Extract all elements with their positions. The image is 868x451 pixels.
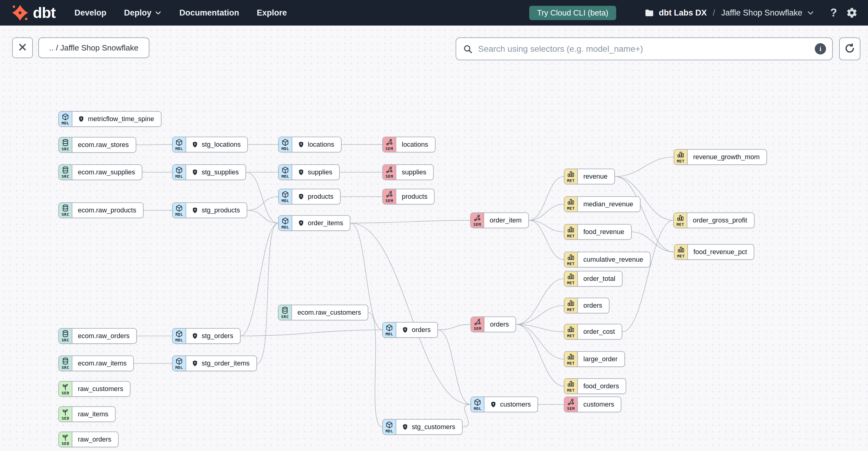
graph-node-met_revenue_growth_mom[interactable]: METrevenue_growth_mom	[674, 149, 767, 165]
project-name[interactable]: Jaffle Shop Snowflake	[721, 8, 802, 18]
nav-item-documentation[interactable]: Documentation	[180, 8, 239, 18]
refresh-button[interactable]	[839, 37, 860, 60]
metric-type-badge: MET	[564, 298, 578, 313]
node-label: order_items	[308, 219, 343, 227]
edge-stg_products-to-order_items	[247, 210, 278, 223]
graph-node-sem_products[interactable]: SEMproducts	[382, 189, 435, 205]
node-type-label: SED	[62, 416, 69, 420]
graph-node-met_food_orders[interactable]: METfood_orders	[564, 378, 626, 394]
graph-node-supplies[interactable]: MDLsupplies	[278, 164, 340, 180]
model-type-badge: MDL	[279, 189, 292, 204]
graph-node-met_orders[interactable]: METorders	[564, 298, 610, 313]
node-type-label: MET	[567, 308, 575, 312]
node-type-label: SED	[62, 391, 69, 395]
graph-node-met_order_total[interactable]: METorder_total	[564, 271, 623, 287]
graph-node-sem_customers[interactable]: SEMcustomers	[564, 396, 621, 412]
graph-node-order_items[interactable]: MDLorder_items	[278, 215, 350, 231]
node-type-label: MDL	[282, 174, 289, 178]
seedling-icon	[61, 433, 69, 441]
semantic_model-type-badge: SEM	[383, 137, 396, 152]
graph-node-seed_raw_customers[interactable]: SEDraw_customers	[58, 381, 130, 397]
graph-node-seed_raw_items[interactable]: SEDraw_items	[58, 406, 116, 422]
graph-node-customers[interactable]: MDLcustomers	[470, 396, 538, 412]
shield-icon	[298, 169, 304, 176]
node-type-label: MDL	[385, 332, 393, 336]
semantic-graph-icon	[567, 398, 575, 406]
account-name[interactable]: dbt Labs DX	[659, 8, 707, 18]
node-label: products	[308, 192, 333, 201]
node-label: orders	[412, 326, 431, 334]
cube-icon	[175, 330, 183, 338]
model-type-badge: MDL	[471, 397, 485, 412]
nav-item-explore[interactable]: Explore	[257, 8, 287, 18]
node-label: products	[402, 192, 427, 201]
node-label: food_revenue_pct	[693, 248, 747, 256]
selector-search: i	[456, 37, 833, 60]
metric-type-badge: MET	[564, 169, 578, 184]
node-label: metricflow_time_spine	[88, 115, 154, 123]
graph-node-locations[interactable]: MDLlocations	[278, 137, 342, 152]
info-icon[interactable]: i	[815, 43, 826, 55]
cube-icon	[281, 217, 289, 225]
graph-node-stg_customers[interactable]: MDLstg_customers	[382, 419, 463, 435]
graph-node-met_revenue[interactable]: METrevenue	[564, 169, 615, 184]
seed-type-badge: SED	[59, 407, 72, 421]
graph-node-raw_products[interactable]: SRCecom.raw_products	[58, 202, 144, 218]
semantic-graph-icon	[385, 166, 393, 174]
bar-chart-icon	[567, 226, 575, 234]
search-icon	[463, 44, 473, 54]
graph-node-sem_orders[interactable]: SEMorders	[470, 317, 516, 332]
graph-node-stg_order_items[interactable]: MDLstg_order_items	[172, 356, 257, 371]
graph-node-met_large_order[interactable]: METlarge_order	[564, 351, 625, 367]
close-lineage-button[interactable]	[12, 37, 33, 58]
navbar-right: Try Cloud CLI (beta) dbt Labs DX / Jaffl…	[529, 6, 858, 20]
node-label: order_total	[583, 275, 615, 283]
semantic-graph-icon	[473, 214, 481, 222]
semantic_model-type-badge: SEM	[383, 165, 396, 180]
search-input[interactable]	[477, 44, 815, 54]
graph-node-orders_model[interactable]: MDLorders	[382, 322, 438, 338]
graph-node-stg_locations[interactable]: MDLstg_locations	[172, 137, 248, 152]
graph-node-met_cumulative_revenue[interactable]: METcumulative_revenue	[564, 252, 651, 268]
try-cloud-cli-button[interactable]: Try Cloud CLI (beta)	[529, 6, 617, 20]
close-icon	[18, 42, 27, 53]
nav-item-develop[interactable]: Develop	[74, 8, 106, 18]
graph-node-metricflow_time_spine[interactable]: MDLmetricflow_time_spine	[58, 111, 161, 127]
lineage-path-chip[interactable]: .. / Jaffle Shop Snowflake	[38, 37, 149, 58]
bar-chart-icon	[567, 353, 575, 361]
nav-item-deploy[interactable]: Deploy	[124, 8, 162, 18]
edge-stg_orders-to-order_items	[241, 223, 278, 336]
graph-node-products[interactable]: MDLproducts	[278, 189, 341, 205]
graph-node-raw_supplies[interactable]: SRCecom.raw_supplies	[58, 164, 142, 180]
graph-node-raw_customers_src[interactable]: SRCecom.raw_customers	[278, 305, 368, 321]
graph-node-raw_orders_src[interactable]: SRCecom.raw_orders	[58, 328, 137, 344]
graph-node-met_order_gross_profit[interactable]: METorder_gross_profit	[673, 212, 754, 228]
graph-node-met_order_cost[interactable]: METorder_cost	[564, 324, 622, 340]
graph-node-met_food_revenue[interactable]: METfood_revenue	[564, 224, 632, 240]
node-label: ecom.raw_customers	[298, 308, 361, 317]
node-type-label: SRC	[62, 212, 69, 216]
graph-node-stg_supplies[interactable]: MDLstg_supplies	[172, 164, 246, 180]
gear-icon[interactable]	[846, 7, 858, 19]
node-type-label: SED	[62, 442, 69, 446]
graph-node-seed_raw_orders[interactable]: SEDraw_orders	[58, 431, 119, 447]
graph-node-stg_products[interactable]: MDLstg_products	[172, 202, 247, 218]
model-type-badge: MDL	[279, 137, 292, 152]
shield-icon	[298, 193, 304, 200]
graph-node-raw_stores[interactable]: SRCecom.raw_stores	[58, 137, 136, 153]
graph-node-sem_locations[interactable]: SEMlocations	[382, 137, 436, 152]
graph-node-met_food_revenue_pct[interactable]: METfood_revenue_pct	[674, 244, 754, 260]
graph-node-met_median_revenue[interactable]: METmedian_revenue	[564, 196, 641, 212]
graph-node-stg_orders[interactable]: MDLstg_orders	[172, 328, 241, 344]
node-label: ecom.raw_products	[78, 206, 136, 214]
help-icon[interactable]: ?	[830, 6, 837, 19]
project-chevron-down-icon[interactable]	[807, 9, 814, 17]
dbt-logo[interactable]: dbt	[11, 4, 56, 21]
edge-stg_supplies-to-order_items	[246, 172, 278, 223]
node-label: ecom.raw_supplies	[78, 168, 135, 176]
graph-node-sem_order_item[interactable]: SEMorder_item	[470, 212, 529, 228]
graph-node-raw_items_src[interactable]: SRCecom.raw_items	[58, 356, 134, 371]
database-icon	[61, 139, 69, 147]
graph-node-sem_supplies[interactable]: SEMsupplies	[382, 164, 434, 180]
semantic-graph-icon	[473, 318, 482, 326]
